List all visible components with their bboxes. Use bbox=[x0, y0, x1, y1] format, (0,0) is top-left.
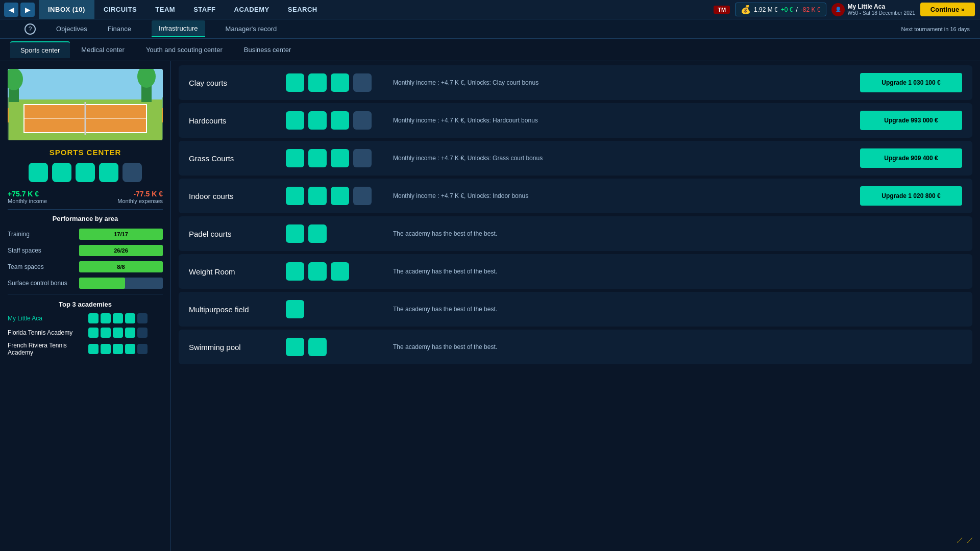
facility-row-pool: Swimming pool The academy has the best o… bbox=[179, 330, 972, 364]
pool-description: The academy has the best of the best. bbox=[393, 343, 962, 350]
monthly-income-value: +75.7 K € bbox=[8, 190, 47, 198]
star-1 bbox=[29, 163, 48, 182]
subnav-finance[interactable]: Finance bbox=[108, 21, 131, 37]
expenses-label: Monthly expenses bbox=[117, 198, 163, 204]
nav-item-team[interactable]: TEAM bbox=[146, 0, 184, 19]
padel-description: The academy has the best of the best. bbox=[393, 230, 962, 237]
back-arrow[interactable]: ◀ bbox=[4, 3, 18, 17]
upgrade-hard-button[interactable]: Upgrade 993 000 € bbox=[860, 111, 962, 130]
manager-name: My Little Aca bbox=[848, 3, 915, 10]
facility-name-indoor: Indoor courts bbox=[189, 192, 276, 201]
nav-arrows: ◀ ▶ bbox=[0, 3, 39, 17]
weight-stars bbox=[286, 262, 383, 281]
perf-training: Training 17/17 bbox=[8, 229, 163, 240]
padel-stars bbox=[286, 224, 383, 243]
multi-stars bbox=[286, 300, 383, 318]
manager-avatar: 👤 bbox=[831, 3, 845, 16]
tab-youth-scouting[interactable]: Youth and scouting center bbox=[136, 42, 233, 58]
facility-row-indoor: Indoor courts Monthly income : +4.7 K €,… bbox=[179, 179, 972, 213]
top3-academy-2: Florida Tennis Academy bbox=[8, 329, 84, 336]
multi-description: The academy has the best of the best. bbox=[393, 306, 962, 313]
right-panel: Clay courts Monthly income : +4.7 K €, U… bbox=[171, 61, 980, 551]
star-3 bbox=[76, 163, 95, 182]
pool-stars bbox=[286, 338, 383, 356]
left-panel: SPORTS CENTER +75.7 K € Monthly income -… bbox=[0, 61, 171, 551]
facility-row-clay: Clay courts Monthly income : +4.7 K €, U… bbox=[179, 65, 972, 100]
main-content: SPORTS CENTER +75.7 K € Monthly income -… bbox=[0, 61, 980, 551]
perf-surface-bonus: Surface control bonus bbox=[8, 278, 163, 289]
facility-stars bbox=[8, 163, 163, 182]
grass-description: Monthly income : +4.7 K €, Unlocks: Gras… bbox=[393, 155, 850, 162]
facility-row-grass: Grass Courts Monthly income : +4.7 K €, … bbox=[179, 141, 972, 176]
top3-academy-3: French Riviera Tennis Academy bbox=[8, 342, 84, 356]
tab-business-center[interactable]: Business center bbox=[234, 42, 302, 58]
facility-name-pool: Swimming pool bbox=[189, 343, 276, 352]
facility-name-multi: Multipurpose field bbox=[189, 305, 276, 314]
corner-decoration: ⟋⟋ bbox=[954, 534, 975, 546]
manager-info: 👤 My Little Aca W50 - Sat 18 December 20… bbox=[831, 3, 915, 16]
indoor-description: Monthly income : +4.7 K €, Unlocks: Indo… bbox=[393, 192, 850, 199]
top3-academy-1: My Little Aca bbox=[8, 315, 84, 322]
facility-row-multi: Multipurpose field The academy has the b… bbox=[179, 292, 972, 327]
facility-name-weight: Weight Room bbox=[189, 267, 276, 276]
hard-stars bbox=[286, 111, 383, 130]
hard-description: Monthly income : +4.7 K €, Unlocks: Hard… bbox=[393, 117, 850, 124]
upgrade-indoor-button[interactable]: Upgrade 1 020 800 € bbox=[860, 186, 962, 206]
nav-item-search[interactable]: SEARCH bbox=[279, 0, 327, 19]
manager-week: W50 - Sat 18 December 2021 bbox=[848, 10, 915, 16]
top3-title: Top 3 academies bbox=[8, 300, 163, 308]
tm-badge: TM bbox=[714, 6, 730, 14]
facility-name-clay: Clay courts bbox=[189, 79, 276, 87]
clay-stars bbox=[286, 73, 383, 92]
facility-title: SPORTS CENTER bbox=[8, 148, 163, 157]
tabs-bar: Sports center Medical center Youth and s… bbox=[0, 39, 980, 61]
income-row: +75.7 K € Monthly income -77.5 K € Month… bbox=[8, 190, 163, 204]
help-icon[interactable]: ? bbox=[24, 23, 36, 35]
star-2 bbox=[52, 163, 71, 182]
top3-row-2: Florida Tennis Academy bbox=[8, 328, 163, 338]
money-display: 💰 1.92 M € +0 € / -82 K € bbox=[735, 3, 826, 16]
performance-title: Performance by area bbox=[8, 215, 163, 222]
facility-image bbox=[8, 69, 163, 140]
facility-row-hard: Hardcourts Monthly income : +4.7 K €, Un… bbox=[179, 103, 972, 138]
facility-name-padel: Padel courts bbox=[189, 230, 276, 238]
forward-arrow[interactable]: ▶ bbox=[20, 3, 35, 17]
top3-row-3: French Riviera Tennis Academy bbox=[8, 342, 163, 356]
divider-1 bbox=[8, 209, 163, 210]
divider-2 bbox=[8, 294, 163, 294]
next-tournament-text: Next tournament in 16 days bbox=[901, 26, 980, 32]
tab-sports-center[interactable]: Sports center bbox=[10, 41, 70, 58]
top3-row-1: My Little Aca bbox=[8, 313, 163, 323]
facility-name-grass: Grass Courts bbox=[189, 154, 276, 163]
tab-medical-center[interactable]: Medical center bbox=[71, 42, 135, 58]
subnav-managers-record[interactable]: Manager's record bbox=[226, 21, 277, 37]
facility-name-hard: Hardcourts bbox=[189, 116, 276, 125]
monthly-expenses-value: -77.5 K € bbox=[117, 190, 163, 198]
nav-item-inbox[interactable]: INBOX (10) bbox=[39, 0, 94, 19]
nav-item-circuits[interactable]: CIRCUITS bbox=[94, 0, 146, 19]
upgrade-grass-button[interactable]: Upgrade 909 400 € bbox=[860, 148, 962, 168]
upgrade-clay-button[interactable]: Upgrade 1 030 100 € bbox=[860, 73, 962, 92]
facility-row-padel: Padel courts The academy has the best of… bbox=[179, 216, 972, 251]
clay-description: Monthly income : +4.7 K €, Unlocks: Clay… bbox=[393, 79, 850, 86]
subnav-objectives[interactable]: Objectives bbox=[56, 21, 87, 37]
sub-navigation: ? Objectives Finance Infrastructure Mana… bbox=[0, 19, 980, 39]
facility-image-svg bbox=[8, 69, 163, 140]
perf-staff-spaces: Staff spaces 26/26 bbox=[8, 245, 163, 256]
income-label: Monthly income bbox=[8, 198, 47, 204]
star-5-empty bbox=[122, 163, 142, 182]
continue-button[interactable]: Continue » bbox=[920, 3, 975, 16]
top-navigation: ◀ ▶ INBOX (10) CIRCUITS TEAM STAFF ACADE… bbox=[0, 0, 980, 19]
perf-team-spaces: Team spaces 8/8 bbox=[8, 261, 163, 272]
weight-description: The academy has the best of the best. bbox=[393, 268, 962, 275]
subnav-infrastructure[interactable]: Infrastructure bbox=[152, 20, 205, 37]
indoor-stars bbox=[286, 187, 383, 205]
grass-stars bbox=[286, 149, 383, 167]
star-4 bbox=[99, 163, 118, 182]
facility-row-weight: Weight Room The academy has the best of … bbox=[179, 254, 972, 289]
nav-item-staff[interactable]: STAFF bbox=[184, 0, 225, 19]
nav-right-section: TM 💰 1.92 M € +0 € / -82 K € 👤 My Little… bbox=[714, 3, 980, 16]
nav-item-academy[interactable]: ACADEMY bbox=[225, 0, 279, 19]
